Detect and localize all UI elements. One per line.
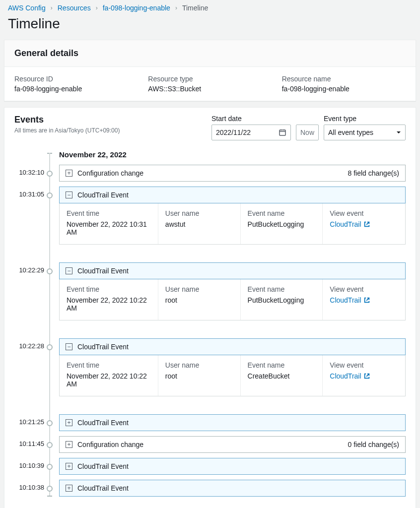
resource-name-label: Resource name	[282, 75, 406, 83]
timezone-note: All times are in Asia/Tokyo (UTC+09:00)	[14, 127, 120, 134]
event-card-title: CloudTrail Event	[77, 267, 129, 275]
event-card-header[interactable]: +CloudTrail Event	[59, 480, 406, 497]
collapse-icon[interactable]: −	[66, 343, 72, 350]
breadcrumb: AWS Config › Resources › fa-098-logging-…	[0, 0, 420, 16]
expand-icon[interactable]: +	[66, 170, 72, 177]
external-link-icon	[363, 221, 370, 228]
start-date-input[interactable]: 2022/11/22	[211, 125, 291, 140]
timeline-dot-icon	[47, 420, 53, 426]
cloudtrail-link[interactable]: CloudTrail	[330, 372, 370, 380]
resource-id-value: fa-098-logging-enable	[14, 85, 138, 93]
event-card-header[interactable]: +Configuration change0 field change(s)	[59, 436, 406, 453]
events-panel: Events All times are in Asia/Tokyo (UTC+…	[4, 107, 416, 508]
now-button[interactable]: Now	[296, 125, 319, 140]
resource-type-value: AWS::S3::Bucket	[148, 85, 272, 93]
view-event-label: View event	[330, 285, 398, 293]
user-name-label: User name	[165, 361, 233, 369]
event-name-value: PutBucketLogging	[248, 296, 316, 304]
event-card-title: Configuration change	[77, 441, 143, 448]
expand-icon[interactable]: +	[66, 485, 72, 492]
event-time-value: November 22, 2022 10:22 AM	[67, 296, 151, 312]
event-card-header[interactable]: −CloudTrail Event	[59, 187, 406, 203]
timeline-row: 10:11:45+Configuration change0 field cha…	[14, 436, 406, 453]
timeline-dot-icon	[47, 171, 53, 177]
event-card-title: CloudTrail Event	[77, 462, 129, 470]
event-type-label: Event type	[324, 115, 406, 123]
event-card-header[interactable]: +CloudTrail Event	[59, 458, 406, 475]
row-time: 10:32:10	[14, 165, 44, 176]
events-heading: Events	[14, 115, 120, 125]
timeline-row: 10:21:25+CloudTrail Event	[14, 414, 406, 431]
chevron-right-icon: ›	[96, 4, 98, 11]
user-name-value: awstut	[165, 220, 233, 228]
chevron-right-icon: ›	[51, 4, 53, 11]
breadcrumb-resources[interactable]: Resources	[58, 4, 91, 12]
event-card-header[interactable]: −CloudTrail Event	[59, 262, 406, 279]
event-name-value: CreateBucket	[248, 372, 316, 380]
event-time-label: Event time	[67, 209, 151, 217]
event-time-value: November 22, 2022 10:31 AM	[67, 220, 151, 236]
timeline-dot-icon	[47, 268, 53, 274]
event-name-label: Event name	[248, 209, 316, 217]
cloudtrail-link[interactable]: CloudTrail	[330, 296, 370, 304]
timeline-row: 10:10:38+CloudTrail Event	[14, 480, 406, 497]
external-link-icon	[363, 373, 370, 380]
cloudtrail-link[interactable]: CloudTrail	[330, 220, 370, 228]
collapse-icon[interactable]: −	[66, 267, 72, 274]
breadcrumb-aws-config[interactable]: AWS Config	[8, 4, 46, 12]
timeline-row: 10:31:05−CloudTrail EventEvent timeNovem…	[14, 187, 406, 245]
timeline-row: 10:10:39+CloudTrail Event	[14, 458, 406, 475]
general-details-heading: General details	[4, 40, 416, 67]
user-name-value: root	[165, 296, 233, 304]
event-card-header[interactable]: −CloudTrail Event	[59, 338, 406, 355]
row-time: 10:11:45	[14, 436, 44, 447]
timeline-date-header: November 22, 2022	[59, 150, 406, 159]
expand-icon[interactable]: +	[66, 441, 72, 448]
timeline-dot-icon	[47, 486, 53, 492]
row-time: 10:22:29	[14, 262, 44, 274]
timeline-dot-icon	[47, 464, 53, 470]
event-time-label: Event time	[67, 285, 151, 293]
event-card-title: CloudTrail Event	[77, 191, 129, 199]
breadcrumb-current: Timeline	[182, 4, 208, 12]
event-card-title: Configuration change	[77, 169, 143, 177]
event-card-header[interactable]: +CloudTrail Event	[59, 414, 406, 431]
event-detail-body: Event timeNovember 22, 2022 10:31 AMUser…	[59, 203, 406, 245]
user-name-label: User name	[165, 209, 233, 217]
event-name-label: Event name	[248, 285, 316, 293]
event-card-title: CloudTrail Event	[77, 343, 129, 351]
calendar-icon	[279, 128, 286, 136]
collapse-icon[interactable]: −	[66, 191, 72, 198]
resource-type-label: Resource type	[148, 75, 272, 83]
event-time-value: November 22, 2022 10:22 AM	[67, 372, 151, 388]
page-title: Timeline	[0, 16, 420, 38]
row-time: 10:10:39	[14, 458, 44, 469]
change-count: 8 field change(s)	[348, 169, 399, 177]
row-time: 10:22:28	[14, 338, 44, 350]
event-detail-body: Event timeNovember 22, 2022 10:22 AMUser…	[59, 279, 406, 320]
event-card-title: CloudTrail Event	[77, 419, 129, 427]
expand-icon[interactable]: +	[66, 419, 72, 426]
row-time: 10:21:25	[14, 414, 44, 426]
start-date-value: 2022/11/22	[216, 128, 251, 136]
event-type-value: All event types	[328, 128, 373, 136]
chevron-right-icon: ›	[175, 4, 177, 11]
event-detail-body: Event timeNovember 22, 2022 10:22 AMUser…	[59, 355, 406, 396]
start-date-label: Start date	[211, 115, 291, 123]
event-type-select[interactable]: All event types	[324, 125, 406, 140]
user-name-value: root	[165, 372, 233, 380]
caret-down-icon	[396, 130, 401, 135]
event-card-title: CloudTrail Event	[77, 484, 129, 492]
external-link-icon	[363, 297, 370, 304]
event-name-label: Event name	[248, 361, 316, 369]
view-event-label: View event	[330, 361, 398, 369]
svg-rect-0	[280, 130, 285, 135]
event-card-header[interactable]: +Configuration change8 field change(s)	[59, 165, 406, 182]
expand-icon[interactable]: +	[66, 463, 72, 470]
resource-name-value: fa-098-logging-enable	[282, 85, 406, 93]
breadcrumb-resource-id[interactable]: fa-098-logging-enable	[103, 4, 170, 12]
row-time: 10:10:38	[14, 480, 44, 491]
timeline-dot-icon	[47, 344, 53, 350]
user-name-label: User name	[165, 285, 233, 293]
timeline-dot-icon	[47, 192, 53, 198]
